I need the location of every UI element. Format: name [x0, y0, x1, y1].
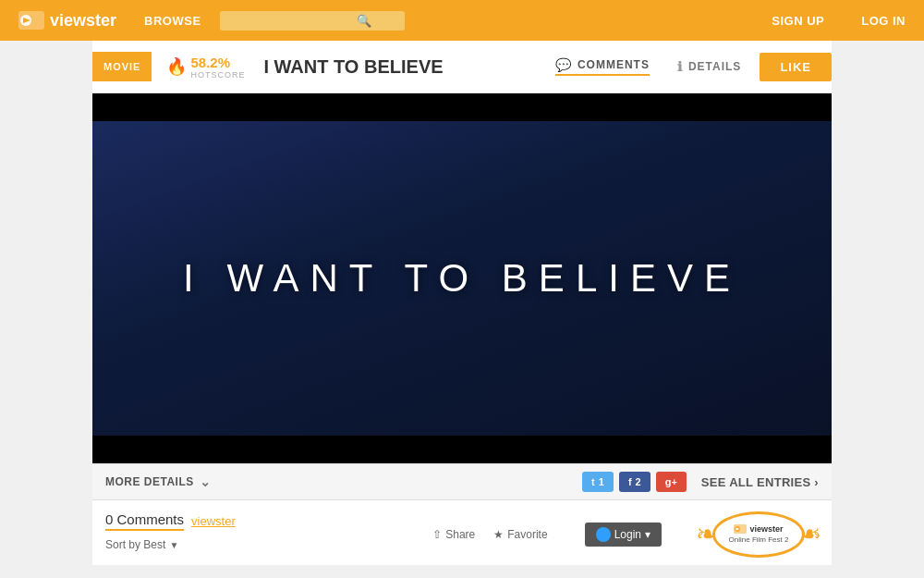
- search-input[interactable]: [227, 14, 357, 28]
- details-bar: MORE DETAILS ⌄ t 1 f 2 g+ SEE ALL ENTRIE…: [92, 463, 832, 500]
- tab-comments[interactable]: 💬 COMMENTS: [555, 57, 650, 76]
- comments-platform[interactable]: viewster: [191, 514, 236, 528]
- sort-arrow-icon: ▼: [169, 540, 178, 550]
- festival-logo-icon: [734, 524, 747, 534]
- score-block: 58.2% HOTSCORE: [190, 55, 245, 80]
- favorite-label: Favorite: [507, 528, 547, 541]
- logo-icon: [18, 11, 44, 30]
- login-label: Login: [614, 528, 641, 541]
- festival-logo-text: viewster: [749, 524, 783, 534]
- twitter-share-button[interactable]: t 1: [582, 472, 614, 492]
- score-value: 58.2%: [190, 55, 245, 70]
- comments-left: 0 Comments viewster Sort by Best ▼: [105, 511, 236, 551]
- see-all-entries-link[interactable]: SEE ALL ENTRIES ›: [701, 475, 819, 489]
- google-icon: g+: [665, 476, 677, 487]
- comment-icon: 💬: [555, 57, 572, 72]
- share-button[interactable]: ⇧ Share: [432, 528, 475, 541]
- site-header: viewster BROWSE 🔍 SIGN UP LOG IN: [0, 0, 924, 41]
- sort-label: Sort by Best: [105, 538, 165, 551]
- facebook-icon: f: [628, 476, 632, 487]
- login-link[interactable]: LOG IN: [861, 14, 906, 28]
- chevron-down-icon: ⌄: [200, 474, 212, 489]
- tab-comments-label: COMMENTS: [578, 58, 650, 71]
- disqus-icon: [596, 527, 611, 542]
- video-inner: I WANT TO BELIEVE: [92, 121, 832, 436]
- twitter-icon: t: [591, 476, 595, 487]
- comments-section: 0 Comments viewster Sort by Best ▼ ⇧ Sha…: [92, 500, 832, 565]
- festival-subtitle: Online Film Fest 2: [729, 535, 789, 545]
- search-bar: 🔍: [220, 11, 405, 31]
- tab-area: 💬 COMMENTS ℹ DETAILS: [555, 57, 741, 76]
- info-icon: ℹ: [677, 59, 683, 74]
- share-icon: ⇧: [432, 528, 442, 541]
- tab-details[interactable]: ℹ DETAILS: [677, 59, 741, 74]
- tab-details-label: DETAILS: [688, 60, 741, 73]
- twitter-count: 1: [599, 476, 604, 487]
- laurel-right-icon: ❧: [800, 522, 821, 547]
- more-details-label: MORE DETAILS: [105, 475, 194, 488]
- favorite-button[interactable]: ★ Favorite: [493, 528, 547, 541]
- share-favorite-area: ⇧ Share ★ Favorite: [432, 528, 547, 541]
- video-overlay-title: I WANT TO BELIEVE: [183, 256, 741, 301]
- hotscore-area: 🔥 58.2% HOTSCORE: [166, 55, 245, 80]
- facebook-share-button[interactable]: f 2: [619, 472, 650, 492]
- festival-ring: viewster Online Film Fest 2: [712, 511, 805, 558]
- login-button[interactable]: Login ▾: [585, 523, 662, 547]
- login-dropdown-icon: ▾: [645, 528, 650, 541]
- google-share-button[interactable]: g+: [656, 472, 687, 492]
- video-player[interactable]: I WANT TO BELIEVE: [92, 93, 832, 463]
- header-right: SIGN UP LOG IN: [772, 14, 906, 28]
- browse-nav[interactable]: BROWSE: [144, 14, 201, 28]
- share-label: Share: [445, 528, 475, 541]
- sort-bar[interactable]: Sort by Best ▼: [105, 538, 236, 551]
- festival-inner: viewster Online Film Fest 2: [729, 524, 789, 545]
- video-bottom-bar: [92, 436, 832, 463]
- score-label: HOTSCORE: [190, 70, 245, 80]
- movie-badge: MOVIE: [92, 52, 152, 81]
- festival-badge: ❧ viewster Online Film Fe: [699, 511, 819, 558]
- festival-logo: viewster: [734, 524, 783, 534]
- movie-title-bar: MOVIE 🔥 58.2% HOTSCORE I WANT TO BELIEVE…: [92, 41, 832, 93]
- comments-right: ⇧ Share ★ Favorite Login ▾ ❧: [432, 511, 819, 558]
- signup-link[interactable]: SIGN UP: [772, 14, 824, 28]
- video-top-bar: [92, 93, 832, 121]
- main-content: MOVIE 🔥 58.2% HOTSCORE I WANT TO BELIEVE…: [92, 41, 832, 565]
- like-button[interactable]: LIKE: [760, 53, 832, 81]
- search-icon[interactable]: 🔍: [357, 14, 371, 28]
- facebook-count: 2: [636, 476, 641, 487]
- more-details-button[interactable]: MORE DETAILS ⌄: [105, 474, 211, 489]
- movie-title: I WANT TO BELIEVE: [263, 56, 554, 78]
- comments-count: 0 Comments: [105, 511, 184, 531]
- star-icon: ★: [493, 528, 504, 541]
- site-logo[interactable]: viewster: [18, 11, 116, 31]
- social-buttons: t 1 f 2 g+ SEE ALL ENTRIES ›: [582, 472, 819, 492]
- flame-icon: 🔥: [166, 56, 187, 77]
- logo-text: viewster: [50, 11, 116, 31]
